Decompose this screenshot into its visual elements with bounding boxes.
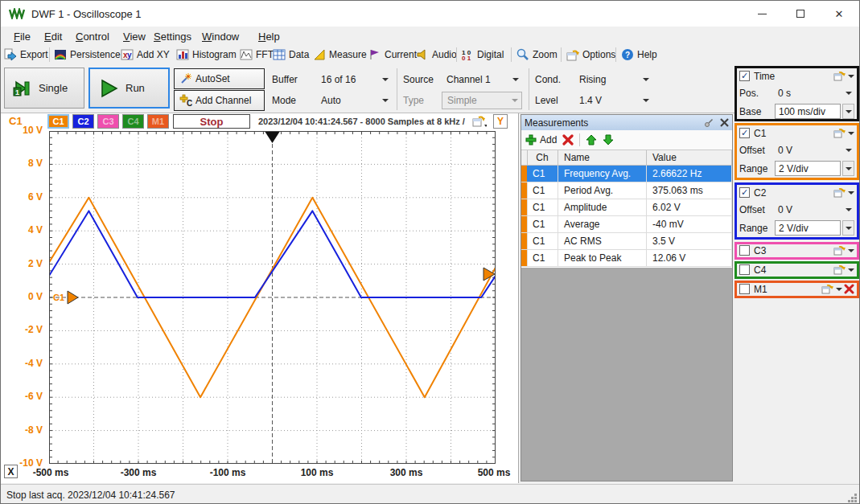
base-value[interactable]: 100 ms/div bbox=[775, 104, 841, 119]
move-up-icon[interactable] bbox=[586, 134, 597, 145]
offset-value[interactable]: 0 V bbox=[775, 204, 841, 215]
range-value[interactable]: 2 V/div bbox=[775, 220, 841, 236]
column-header-value[interactable]: Value bbox=[647, 150, 732, 165]
offset-label: Offset bbox=[739, 204, 775, 215]
current-button[interactable]: Current bbox=[368, 47, 417, 62]
c2-options-icon[interactable] bbox=[833, 187, 846, 199]
resize-grip[interactable] bbox=[847, 493, 858, 503]
waveform-plot[interactable]: C1 bbox=[49, 131, 496, 464]
audio-button[interactable]: Audio bbox=[416, 47, 457, 62]
chevron-down-icon[interactable] bbox=[848, 249, 854, 256]
menu-control[interactable]: Control bbox=[72, 30, 113, 43]
svg-text:1: 1 bbox=[15, 88, 19, 96]
options-button[interactable]: Options bbox=[566, 47, 615, 62]
measure-button[interactable]: Measure bbox=[313, 47, 367, 62]
menu-file[interactable]: File bbox=[10, 30, 34, 43]
export-button[interactable]: Export bbox=[4, 47, 48, 62]
scope-plot-area: C1 C1 C2 C3 C4 M1 Stop 2023/12/04 10:41:… bbox=[1, 113, 519, 483]
help-button[interactable]: ? Help bbox=[621, 47, 657, 62]
add-measurement-button[interactable]: Add bbox=[525, 134, 557, 145]
menu-edit[interactable]: Edit bbox=[41, 30, 65, 43]
toolbar-separator bbox=[511, 47, 512, 62]
menu-window[interactable]: Window bbox=[199, 30, 242, 43]
tab-c4[interactable]: C4 bbox=[122, 114, 144, 129]
time-checkbox[interactable]: ✓ bbox=[739, 71, 750, 81]
chevron-down-icon[interactable] bbox=[848, 268, 854, 275]
m1-options-icon[interactable] bbox=[821, 284, 834, 295]
zoom-button[interactable]: Zoom bbox=[516, 47, 558, 62]
buffer-select[interactable]: 16 of 16 bbox=[316, 71, 392, 88]
toolbar-separator bbox=[561, 47, 562, 62]
measurement-row[interactable]: C1 Peak to Peak 12.06 V bbox=[521, 250, 732, 267]
chevron-down-icon bbox=[382, 99, 389, 105]
stop-button[interactable]: Stop bbox=[173, 114, 250, 129]
move-down-icon[interactable] bbox=[603, 134, 614, 145]
histogram-button[interactable]: Histogram bbox=[176, 47, 237, 62]
menu-help[interactable]: Help bbox=[255, 30, 283, 43]
plot-options-icon[interactable] bbox=[472, 115, 487, 130]
measurement-row[interactable]: C1 AC RMS 3.5 V bbox=[521, 233, 732, 250]
close-panel-icon[interactable] bbox=[720, 118, 729, 127]
cond-select[interactable]: Rising bbox=[574, 71, 652, 88]
source-select[interactable]: Channel 1 bbox=[442, 71, 522, 88]
add-channel-button[interactable]: C Add Channel bbox=[174, 90, 265, 111]
maximize-button[interactable] bbox=[781, 1, 819, 27]
c3-checkbox[interactable]: ✓ bbox=[739, 245, 750, 256]
chevron-down-icon[interactable] bbox=[848, 75, 854, 81]
c1-checkbox[interactable]: ✓ bbox=[739, 128, 750, 138]
minimize-button[interactable] bbox=[743, 1, 781, 27]
delete-measurement-icon[interactable] bbox=[562, 134, 574, 145]
pin-icon[interactable] bbox=[704, 118, 714, 128]
chevron-down-icon bbox=[846, 227, 852, 233]
m1-delete-icon[interactable] bbox=[844, 284, 854, 294]
c2-checkbox[interactable]: ✓ bbox=[739, 187, 750, 198]
tab-c1[interactable]: C1 bbox=[47, 114, 69, 129]
offset-value[interactable]: 0 V bbox=[775, 145, 841, 156]
y-axis-button[interactable]: Y bbox=[493, 114, 508, 129]
persistence-button[interactable]: Persistence bbox=[54, 47, 121, 62]
fft-button[interactable]: FFT bbox=[240, 47, 274, 62]
menu-view[interactable]: View bbox=[120, 30, 149, 43]
digital-icon: 1 00 1 bbox=[461, 48, 474, 61]
run-button[interactable]: Run bbox=[88, 68, 170, 109]
measurements-title-bar[interactable]: Measurements bbox=[521, 115, 732, 130]
x-axis-button[interactable]: X bbox=[4, 465, 18, 478]
c4-panel: ✓ C4 bbox=[734, 261, 859, 279]
column-header-name[interactable]: Name bbox=[558, 150, 647, 165]
y-tick-label: -8 V bbox=[1, 424, 44, 436]
single-icon: 1 bbox=[13, 79, 32, 98]
chevron-down-icon[interactable] bbox=[848, 191, 854, 198]
chevron-down-icon[interactable] bbox=[848, 132, 854, 138]
measure-icon bbox=[313, 48, 326, 61]
tab-c3[interactable]: C3 bbox=[97, 114, 119, 129]
measurement-row[interactable]: C1 Average -40 mV bbox=[521, 216, 732, 233]
c4-options-icon[interactable] bbox=[833, 264, 846, 276]
measurement-row[interactable]: C1 Frequency Avg. 2.66622 Hz bbox=[521, 166, 732, 182]
chevron-down-icon[interactable] bbox=[836, 288, 842, 294]
c3-options-icon[interactable] bbox=[833, 245, 846, 256]
c4-panel-label: C4 bbox=[754, 264, 766, 276]
source-label: Source bbox=[403, 74, 434, 85]
data-button[interactable]: Data bbox=[273, 47, 309, 62]
autoset-button[interactable]: AutoSet bbox=[174, 68, 265, 89]
mode-select[interactable]: Auto bbox=[316, 92, 392, 109]
c1-panel: ✓ C1 Offset 0 V Range 2 V/div bbox=[734, 123, 859, 180]
tab-m1[interactable]: M1 bbox=[147, 114, 169, 129]
c1-options-icon[interactable] bbox=[833, 128, 846, 139]
tab-c2[interactable]: C2 bbox=[72, 114, 94, 129]
close-button[interactable]: ✕ bbox=[819, 1, 859, 27]
digital-button[interactable]: 1 00 1 Digital bbox=[461, 47, 504, 62]
time-panel: ✓ Time Pos. 0 s Base 100 ms/div bbox=[734, 66, 859, 121]
single-button[interactable]: 1 Single bbox=[4, 68, 84, 109]
add-xy-button[interactable]: xy Add XY bbox=[121, 47, 170, 62]
m1-checkbox[interactable]: ✓ bbox=[739, 284, 750, 294]
time-options-icon[interactable] bbox=[833, 71, 846, 82]
column-header-ch[interactable]: Ch bbox=[527, 150, 558, 165]
measurement-row[interactable]: C1 Period Avg. 375.063 ms bbox=[521, 182, 732, 199]
pos-value[interactable]: 0 s bbox=[775, 88, 841, 99]
menu-settings[interactable]: Settings bbox=[150, 30, 195, 43]
measurement-row[interactable]: C1 Amplitude 6.02 V bbox=[521, 199, 732, 216]
range-value[interactable]: 2 V/div bbox=[775, 161, 841, 176]
level-select[interactable]: 1.4 V bbox=[574, 92, 652, 109]
c4-checkbox[interactable]: ✓ bbox=[739, 264, 750, 275]
